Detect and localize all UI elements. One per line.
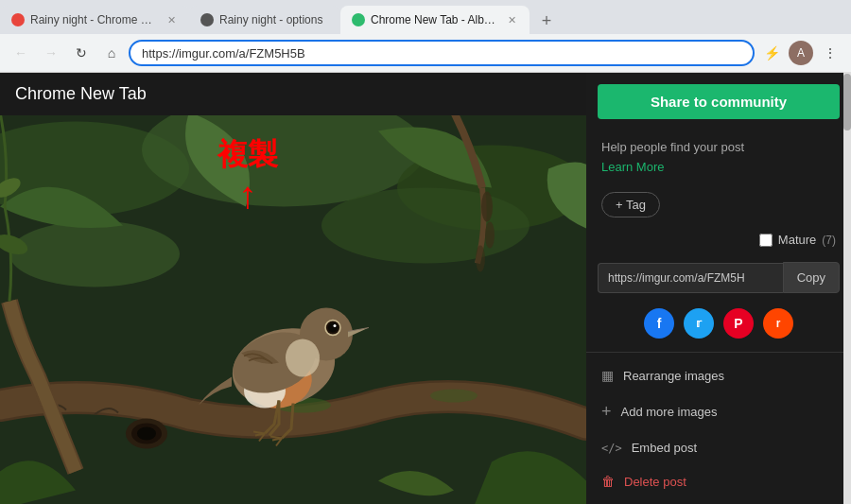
copy-link-button[interactable]: Copy xyxy=(783,262,840,293)
embed-label: Embed post xyxy=(632,441,697,455)
tab-favicon-1 xyxy=(11,13,25,26)
facebook-share-button[interactable]: f xyxy=(644,308,674,339)
tab-title-1: Rainy night - Chrome 線上... xyxy=(30,12,160,28)
reddit-icon: r xyxy=(776,317,781,330)
rearrange-images-item[interactable]: ▦ Rearrange images xyxy=(586,358,851,392)
share-to-community-button[interactable]: Share to community xyxy=(598,84,840,119)
tab-favicon-3 xyxy=(352,13,365,26)
learn-more-link[interactable]: Learn More xyxy=(601,160,664,174)
add-images-label: Add more images xyxy=(621,405,718,419)
menu-button[interactable]: ⋮ xyxy=(817,40,843,66)
svg-point-16 xyxy=(286,339,320,377)
reddit-share-button[interactable]: r xyxy=(763,308,793,339)
sidebar: Share to community Help people find your… xyxy=(586,73,851,504)
tab-close-1[interactable]: ✕ xyxy=(165,12,178,28)
help-section: Help people find your post Learn More xyxy=(586,130,851,184)
svg-point-4 xyxy=(9,221,180,287)
extensions-button[interactable]: ⚡ xyxy=(758,40,785,66)
rearrange-label: Rearrange images xyxy=(623,369,724,383)
embed-icon: </> xyxy=(601,442,622,455)
svg-point-24 xyxy=(485,222,495,249)
svg-point-25 xyxy=(476,246,485,272)
tab-title-3: Chrome New Tab - Album... xyxy=(371,13,500,26)
tag-section: + Tag xyxy=(586,184,851,225)
nav-right: ⚡ A ⋮ xyxy=(758,40,843,66)
image-area: Chrome New Tab xyxy=(0,73,586,504)
scrollbar-track[interactable] xyxy=(843,72,851,504)
twitter-share-button[interactable]: 𝕣 xyxy=(684,308,714,339)
album-title: Chrome New Tab xyxy=(0,73,586,115)
tab-favicon-2 xyxy=(200,13,214,26)
reload-button[interactable]: ↻ xyxy=(68,40,95,66)
pinterest-share-button[interactable]: P xyxy=(723,308,754,339)
mature-checkbox[interactable] xyxy=(759,234,773,247)
scrollbar-thumb[interactable] xyxy=(843,74,851,130)
help-text: Help people find your post xyxy=(601,140,836,154)
add-images-icon: + xyxy=(601,402,612,422)
delete-icon: 🗑 xyxy=(601,474,615,489)
delete-label: Delete post xyxy=(624,475,686,489)
tag-button[interactable]: + Tag xyxy=(601,192,660,217)
add-images-item[interactable]: + Add more images xyxy=(586,392,851,431)
nav-bar: ← → ↻ ⌂ ⚡ A ⋮ xyxy=(0,34,851,72)
pinterest-icon: P xyxy=(734,316,742,331)
page-content: Chrome New Tab xyxy=(0,73,851,504)
link-input[interactable] xyxy=(598,263,783,293)
svg-point-5 xyxy=(321,188,530,264)
rearrange-icon: ▦ xyxy=(601,368,614,383)
bird-scene: 複製 ↑ xyxy=(0,115,586,504)
address-bar-container xyxy=(129,40,755,66)
back-button[interactable]: ← xyxy=(8,40,34,66)
divider-1 xyxy=(586,352,851,353)
link-row: Copy xyxy=(598,262,840,293)
svg-point-18 xyxy=(328,323,338,333)
mature-label: Mature xyxy=(778,233,816,247)
address-bar-input[interactable] xyxy=(129,40,755,66)
svg-point-23 xyxy=(481,192,493,222)
svg-point-10 xyxy=(430,390,478,403)
embed-post-item[interactable]: </> Embed post xyxy=(586,431,851,464)
profile-avatar[interactable]: A xyxy=(789,41,813,65)
forward-button[interactable]: → xyxy=(38,40,64,66)
tab-chrome-new-tab[interactable]: Chrome New Tab - Album... ✕ xyxy=(340,6,530,34)
new-tab-button[interactable]: + xyxy=(533,8,560,34)
delete-post-item[interactable]: 🗑 Delete post xyxy=(586,464,851,498)
mature-count: (7) xyxy=(822,234,836,247)
tab-title-2: Rainy night - options xyxy=(219,13,329,26)
svg-point-8 xyxy=(137,427,156,441)
home-button[interactable]: ⌂ xyxy=(98,40,125,66)
social-share-row: f 𝕣 P r xyxy=(586,301,851,346)
tab-rainy-options[interactable]: Rainy night - options xyxy=(189,6,340,34)
tab-bar: Rainy night - Chrome 線上... ✕ Rainy night… xyxy=(0,0,851,34)
svg-point-19 xyxy=(334,324,337,327)
tab-rainy-night[interactable]: Rainy night - Chrome 線上... ✕ xyxy=(0,6,189,34)
twitter-icon: 𝕣 xyxy=(696,317,702,330)
browser-chrome: Rainy night - Chrome 線上... ✕ Rainy night… xyxy=(0,0,851,73)
tab-close-3[interactable]: ✕ xyxy=(506,12,518,28)
mature-row: Mature (7) xyxy=(586,225,851,254)
facebook-icon: f xyxy=(657,316,662,331)
